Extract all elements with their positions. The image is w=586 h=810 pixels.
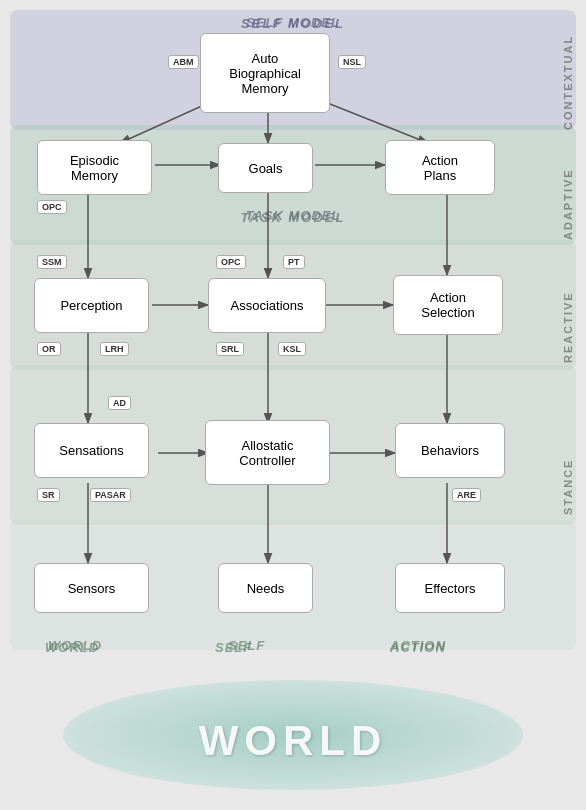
effectors-box: Effectors xyxy=(395,563,505,613)
adaptive-label: ADAPTIVE xyxy=(562,135,574,240)
stance-label: STANCE xyxy=(562,370,574,515)
action-plans-box: ActionPlans xyxy=(385,140,495,195)
self-section-label: SELF xyxy=(228,638,265,653)
abm-tag: ABM xyxy=(168,55,199,69)
self-model-section-title: SELF MODEL xyxy=(241,16,345,31)
opc1-tag: OPC xyxy=(37,200,67,214)
needs-box: Needs xyxy=(218,563,313,613)
ad-tag: AD xyxy=(108,396,131,410)
sr-tag: SR xyxy=(37,488,60,502)
pt-tag: PT xyxy=(283,255,305,269)
lrh-tag: LRH xyxy=(100,342,129,356)
auto-biographical-memory-box: AutoBiographicalMemory xyxy=(200,33,330,113)
are-tag: ARE xyxy=(452,488,481,502)
perception-box: Perception xyxy=(34,278,149,333)
world-section-label: WORLD xyxy=(48,638,102,653)
task-model-section-title: TASK MODEL xyxy=(241,210,346,225)
sensors-box: Sensors xyxy=(34,563,149,613)
sensations-box: Sensations xyxy=(34,423,149,478)
contextual-label: CONTEXTUAL xyxy=(562,25,574,130)
action-selection-box: ActionSelection xyxy=(393,275,503,335)
associations-box: Associations xyxy=(208,278,326,333)
nsl-tag: NSL xyxy=(338,55,366,69)
action-section-label: ACTION xyxy=(390,638,446,653)
srl-tag: SRL xyxy=(216,342,244,356)
pasar-tag: PASAR xyxy=(90,488,131,502)
allostatic-controller-box: AllostaticController xyxy=(205,420,330,485)
world-big-text: WORLD xyxy=(199,717,388,765)
reactive-label: REACTIVE xyxy=(562,248,574,363)
ssm-tag: SSM xyxy=(37,255,67,269)
episodic-memory-box: EpisodicMemory xyxy=(37,140,152,195)
diagram-container: SELF MODEL TASK MODEL WORLD SELF ACTION … xyxy=(0,0,586,810)
ksl-tag: KSL xyxy=(278,342,306,356)
or-tag: OR xyxy=(37,342,61,356)
goals-box: Goals xyxy=(218,143,313,193)
opc2-tag: OPC xyxy=(216,255,246,269)
behaviors-box: Behaviors xyxy=(395,423,505,478)
